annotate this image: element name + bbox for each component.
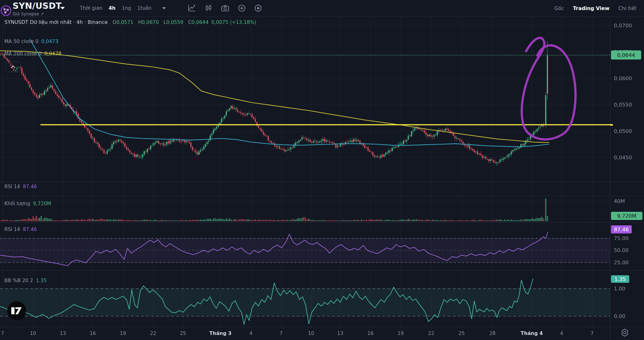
- indicators-icon[interactable]: [204, 4, 213, 12]
- time-tick: 28: [489, 331, 496, 336]
- time-tick: 7: [591, 331, 594, 336]
- ohlc-close: C0,0644: [186, 19, 208, 25]
- time-tick: 13: [337, 331, 343, 336]
- header-bar: SYN/USDT Giá Synapse ↗ Thời gian 4h 1ng …: [0, 0, 644, 17]
- timeframe-label: Thời gian: [80, 5, 102, 11]
- time-tick: 25: [458, 331, 465, 336]
- time-tick: 19: [397, 331, 404, 336]
- chart-toolbar: [187, 0, 262, 16]
- ohlc-high: H0,0670: [136, 19, 159, 25]
- rsi-collapsed-legend[interactable]: RSI 14 87.46: [4, 184, 37, 189]
- chevron-up-icon: [11, 65, 15, 68]
- bb-tick: 0.00: [614, 313, 625, 319]
- price-tick: 0,0600: [614, 75, 632, 81]
- price-tick: 0,0450: [614, 155, 632, 161]
- tab-trading-view[interactable]: Trading View: [573, 5, 609, 11]
- time-tick: 4: [249, 331, 253, 336]
- time-tick: 7: [280, 331, 283, 336]
- ma200-legend[interactable]: MA 200 close 0 0,0478: [4, 51, 61, 57]
- ma50-legend[interactable]: MA 50 close 0 0,0473: [4, 39, 58, 44]
- bb-legend[interactable]: BB %B 20 2 1.35: [4, 278, 47, 283]
- rsi-top-label: RSI 14: [4, 184, 20, 189]
- timezone-settings-gear-icon[interactable]: [620, 328, 630, 337]
- series-legend[interactable]: SYNUSDT Dữ liệu mới nhất · 4h · Binance …: [4, 19, 256, 25]
- rsi-tick: 50.00: [614, 247, 629, 253]
- rsi-tick: 75.00: [614, 235, 629, 241]
- volume-tick: 40M: [614, 198, 625, 204]
- bb-label: BB %B 20 2: [4, 278, 33, 283]
- time-tick: 16: [90, 331, 96, 336]
- time-tick: 22: [150, 331, 156, 336]
- symbol-chevron-down-icon[interactable]: [60, 7, 65, 9]
- price-scale[interactable]: 0,07000,06500,06000,05500,05000,045040M7…: [610, 16, 644, 327]
- rsi-tick: 25.00: [614, 260, 629, 266]
- volume-badge: 9,720M: [611, 212, 642, 220]
- price-tick: 0,0500: [614, 128, 632, 134]
- chart-canvas[interactable]: [0, 0, 644, 340]
- time-tick: 4: [560, 331, 563, 336]
- price-tick: 0,0700: [614, 23, 632, 29]
- camera-snapshot-icon[interactable]: [221, 4, 230, 12]
- series-title: SYNUSDT Dữ liệu mới nhất · 4h · Binance: [4, 19, 108, 25]
- chart-type-icon[interactable]: [187, 4, 196, 12]
- change-value: 0,0075 (+13.18%): [211, 19, 256, 25]
- bb-badge: 1.35: [611, 275, 629, 283]
- rsi-badge: 87.46: [611, 225, 632, 233]
- symbol-subtitle-link[interactable]: Giá Synapse ↗: [13, 11, 44, 16]
- time-tick-month: Tháng 3: [209, 331, 231, 336]
- time-tick: 7: [1, 331, 4, 336]
- volume-legend[interactable]: Khối lượng 9,720M: [4, 201, 51, 206]
- ohlc-open: O0,0571: [111, 19, 133, 25]
- rsi-top-value: 87.46: [23, 184, 37, 189]
- volume-value: 9,720M: [33, 201, 51, 206]
- subtitle-text: Giá Synapse: [13, 11, 39, 16]
- tab-goc[interactable]: Gốc: [554, 5, 564, 11]
- interval-1d[interactable]: 1ng: [122, 5, 131, 11]
- ma200-value: 0,0478: [44, 51, 61, 57]
- last-price-badge: 0,0644: [611, 51, 641, 60]
- time-tick: 10: [308, 331, 314, 336]
- interval-4h[interactable]: 4h: [108, 5, 115, 11]
- time-tick: 16: [367, 331, 374, 336]
- time-tick: 22: [428, 331, 434, 336]
- ma200-label: MA 200 close 0: [4, 51, 42, 57]
- interval-switcher: Thời gian 4h 1ng 1tuần: [80, 0, 166, 16]
- interval-chevron-down-icon[interactable]: [162, 7, 166, 9]
- rsi-value: 87.46: [23, 227, 37, 232]
- ohlc-low: L0,0559: [162, 19, 183, 25]
- time-tick-month: Tháng 4: [521, 331, 543, 336]
- bb-tick: 1.00: [614, 286, 625, 292]
- time-tick: 19: [120, 331, 126, 336]
- synapse-logo[interactable]: [1, 5, 11, 16]
- time-axis[interactable]: 7101316192225Tháng 34710131619222528Thán…: [0, 327, 610, 340]
- volume-label: Khối lượng: [4, 201, 30, 206]
- bb-value: 1.35: [36, 278, 47, 283]
- price-tick: 0,0550: [614, 102, 632, 108]
- tab-chi-tiet[interactable]: Chi tiết: [618, 5, 636, 11]
- time-tick: 10: [30, 331, 36, 336]
- collapse-legend-button[interactable]: [6, 62, 21, 72]
- external-link-icon: ↗: [40, 11, 44, 16]
- time-tick: 13: [60, 331, 66, 336]
- symbol-title[interactable]: SYN/USDT: [13, 1, 62, 11]
- interval-1w[interactable]: 1tuần: [137, 5, 152, 11]
- ma50-value: 0,0473: [41, 39, 58, 44]
- compare-add-icon[interactable]: [238, 4, 246, 12]
- trading-chart-app: SYN/USDT Giá Synapse ↗ Thời gian 4h 1ng …: [0, 0, 644, 340]
- time-tick: 25: [180, 331, 186, 336]
- rsi-legend[interactable]: RSI 14 87.46: [4, 227, 37, 232]
- rsi-label: RSI 14: [4, 227, 20, 232]
- ma50-label: MA 50 close 0: [4, 39, 38, 44]
- view-tabs: Gốc Trading View Chi tiết: [554, 0, 636, 16]
- settings-hexagon-icon[interactable]: [254, 4, 262, 12]
